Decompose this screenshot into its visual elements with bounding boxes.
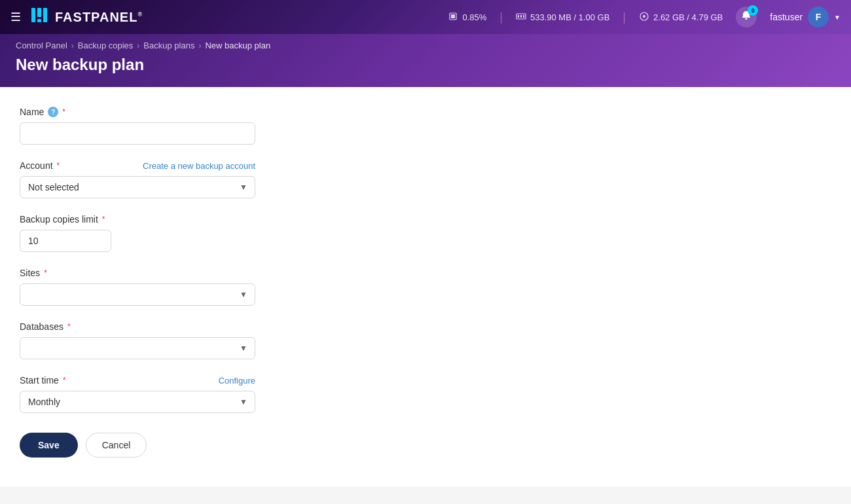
hamburger-icon[interactable]: ☰ <box>10 10 21 24</box>
svg-rect-0 <box>31 8 35 22</box>
create-backup-account-link[interactable]: Create a new backup account <box>143 161 255 171</box>
breadcrumb-backup-plans[interactable]: Backup plans <box>143 41 194 50</box>
name-required: * <box>62 107 65 117</box>
backup-limit-label: Backup copies limit * <box>20 214 255 225</box>
backup-limit-required: * <box>102 215 105 224</box>
sites-select-wrapper: ▼ <box>20 283 255 306</box>
svg-rect-1 <box>37 8 41 17</box>
svg-rect-5 <box>451 14 455 18</box>
svg-rect-7 <box>518 15 519 18</box>
account-required: * <box>57 161 60 170</box>
logo: FASTPANEL® <box>31 8 143 26</box>
logo-reg: ® <box>137 11 143 18</box>
header-left: ☰ FASTPANEL® <box>10 8 143 26</box>
start-time-required: * <box>63 376 66 385</box>
page-header: Control Panel › Backup copies › Backup p… <box>0 34 851 87</box>
start-time-select[interactable]: Monthly Weekly Daily Hourly <box>20 391 255 413</box>
account-label-row: Account * Create a new backup account <box>20 160 255 171</box>
start-time-select-wrapper: Monthly Weekly Daily Hourly ▼ <box>20 391 255 413</box>
account-select[interactable]: Not selected <box>20 176 255 198</box>
svg-point-11 <box>643 15 645 18</box>
disk-stat: 2.62 GB / 4.79 GB <box>639 11 723 24</box>
ram-value: 533.90 MB / 1.00 GB <box>530 12 609 22</box>
start-time-group: Start time * Configure Monthly Weekly Da… <box>20 375 255 413</box>
breadcrumb-sep-3: › <box>198 41 201 50</box>
user-avatar: F <box>808 7 829 27</box>
cpu-value: 0.85% <box>462 12 486 22</box>
notification-badge: 0 <box>748 5 758 16</box>
header-right: 0.85% | 533.90 MB / 1.00 GB | <box>448 7 841 27</box>
svg-rect-3 <box>37 19 41 22</box>
username: fastuser <box>770 12 803 22</box>
cpu-icon <box>448 11 458 24</box>
breadcrumb-sep-1: › <box>71 41 74 50</box>
main-content: Name ? * Account * Create a new backup a… <box>0 87 851 486</box>
sites-field-group: Sites * ▼ <box>20 268 255 306</box>
svg-rect-8 <box>520 15 522 18</box>
stat-div-1: | <box>499 10 503 24</box>
ram-icon <box>516 12 526 22</box>
notification-bell[interactable]: 0 <box>736 7 757 27</box>
sites-select[interactable] <box>20 283 255 306</box>
logo-text: FASTPANEL® <box>55 10 143 25</box>
backup-limit-input[interactable] <box>20 230 111 252</box>
breadcrumb: Control Panel › Backup copies › Backup p… <box>16 41 835 50</box>
databases-select-wrapper: ▼ <box>20 337 255 359</box>
account-label: Account * <box>20 160 60 171</box>
page-title: New backup plan <box>16 56 835 74</box>
ram-stat: 533.90 MB / 1.00 GB <box>516 12 609 22</box>
cpu-stat: 0.85% <box>448 11 486 24</box>
breadcrumb-sep-2: › <box>137 41 139 50</box>
disk-value: 2.62 GB / 4.79 GB <box>653 12 723 22</box>
svg-rect-2 <box>43 8 47 22</box>
user-chevron-icon: ▼ <box>834 14 841 21</box>
account-select-wrapper: Not selected ▼ <box>20 176 255 198</box>
account-field-group: Account * Create a new backup account No… <box>20 160 255 198</box>
databases-field-group: Databases * ▼ <box>20 321 255 359</box>
databases-select[interactable] <box>20 337 255 359</box>
name-label: Name ? * <box>20 107 255 117</box>
databases-label: Databases * <box>20 321 255 332</box>
configure-link[interactable]: Configure <box>219 376 255 386</box>
backup-limit-group: Backup copies limit * <box>20 214 255 252</box>
breadcrumb-current: New backup plan <box>205 41 270 50</box>
sites-label: Sites * <box>20 268 255 278</box>
sites-required: * <box>44 268 47 278</box>
databases-required: * <box>67 322 71 331</box>
name-help-icon[interactable]: ? <box>48 107 58 117</box>
header: ☰ FASTPANEL® 0.85% <box>0 0 851 34</box>
start-time-label: Start time * <box>20 375 66 386</box>
start-time-label-row: Start time * Configure <box>20 375 255 386</box>
cancel-button[interactable]: Cancel <box>86 433 147 458</box>
svg-rect-9 <box>523 15 524 18</box>
user-menu[interactable]: fastuser F ▼ <box>770 7 841 27</box>
save-button[interactable]: Save <box>20 433 78 458</box>
stat-div-2: | <box>623 10 626 24</box>
name-input[interactable] <box>20 122 255 145</box>
form-actions: Save Cancel <box>20 433 831 458</box>
logo-icon <box>31 8 50 26</box>
breadcrumb-control-panel[interactable]: Control Panel <box>16 41 67 50</box>
disk-icon <box>639 11 649 24</box>
breadcrumb-backup-copies[interactable]: Backup copies <box>78 41 134 50</box>
name-field-group: Name ? * <box>20 107 255 145</box>
